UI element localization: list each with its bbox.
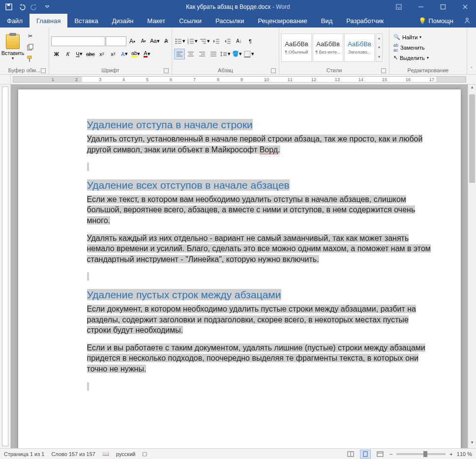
show-marks-button[interactable]: ¶ xyxy=(245,36,256,47)
style-heading1[interactable]: АаБбВв Заголово... xyxy=(344,33,375,62)
paragraph-3[interactable]: Удалять каждый из них отдельно - вариант… xyxy=(87,233,431,265)
superscript-button[interactable]: x2 xyxy=(108,49,119,59)
view-web-button[interactable] xyxy=(375,450,386,459)
replace-button[interactable]: abacЗаменить xyxy=(391,43,431,53)
clipboard-launcher[interactable] xyxy=(41,68,46,73)
minimize-button[interactable] xyxy=(410,0,432,14)
select-button[interactable]: ↖Выделить▾ xyxy=(391,53,431,63)
tab-layout[interactable]: Макет xyxy=(140,14,172,28)
ruler-horizontal[interactable]: 1234567891011121314151617 xyxy=(0,75,476,85)
underline-button[interactable]: Ч▾ xyxy=(74,49,85,59)
status-language[interactable]: русский xyxy=(116,451,135,457)
style-normal[interactable]: АаБбВв ¶ Обычный xyxy=(281,33,312,62)
empty-para-2[interactable] xyxy=(87,271,431,282)
document-viewport[interactable]: Удаление отступа в начале строки Удалить… xyxy=(11,85,468,448)
tell-me-button[interactable]: 💡Помощн xyxy=(414,14,458,28)
scroll-down-button[interactable]: ▾ xyxy=(468,440,476,448)
empty-para-3[interactable] xyxy=(87,381,431,392)
paste-button[interactable]: Вставить ▾ xyxy=(2,31,24,64)
zoom-knob[interactable] xyxy=(423,451,427,457)
status-spellcheck-icon[interactable]: 📖 xyxy=(102,451,109,457)
ruler-tick: 13 xyxy=(335,77,340,82)
style-no-spacing[interactable]: АаБбВв ¶ Без инте... xyxy=(313,33,343,62)
highlight-button[interactable]: ab▾ xyxy=(130,49,141,59)
strikethrough-button[interactable]: abc xyxy=(85,49,96,59)
paragraph-4[interactable]: Если документ, в котором необходимо удал… xyxy=(87,304,431,336)
ruler-vertical[interactable] xyxy=(0,85,11,448)
align-right-button[interactable] xyxy=(197,49,208,59)
bold-button[interactable]: Ж xyxy=(51,49,62,59)
increase-indent-button[interactable] xyxy=(222,36,233,47)
tab-references[interactable]: Ссылки xyxy=(172,14,208,28)
format-painter-button[interactable] xyxy=(25,54,35,64)
numbering-button[interactable]: 123▾ xyxy=(186,36,198,47)
tab-home[interactable]: Главная xyxy=(30,14,67,28)
zoom-out-button[interactable]: − xyxy=(389,451,392,457)
scroll-up-button[interactable]: ▴ xyxy=(468,85,476,93)
borders-button[interactable]: ▾ xyxy=(243,49,255,59)
scroll-thumb[interactable] xyxy=(469,94,475,183)
italic-button[interactable]: К xyxy=(62,49,73,59)
font-name-input[interactable] xyxy=(51,36,105,46)
tab-design[interactable]: Дизайн xyxy=(105,14,141,28)
tab-insert[interactable]: Вставка xyxy=(67,14,105,28)
save-button[interactable] xyxy=(3,1,15,13)
ribbon-options-button[interactable] xyxy=(387,0,410,14)
find-button[interactable]: 🔍Найти▾ xyxy=(391,32,431,42)
align-center-button[interactable] xyxy=(185,49,196,59)
redo-button[interactable] xyxy=(29,1,40,13)
sort-button[interactable]: A↓ xyxy=(234,36,244,47)
shading-button[interactable]: 🪣▾ xyxy=(232,49,242,59)
tab-review[interactable]: Рецензирование xyxy=(251,14,314,28)
share-button[interactable] xyxy=(458,14,476,28)
view-read-button[interactable] xyxy=(345,450,356,459)
tab-file[interactable]: Файл xyxy=(0,14,30,28)
empty-para-1[interactable] xyxy=(87,162,431,172)
qat-customize-button[interactable] xyxy=(41,1,53,13)
paragraph-2[interactable]: Если же текст, в котором вам необходимо … xyxy=(87,194,431,226)
svg-rect-8 xyxy=(28,56,31,58)
line-spacing-button[interactable]: ▾ xyxy=(219,49,231,59)
tab-mailings[interactable]: Рассылки xyxy=(208,14,251,28)
view-print-button[interactable] xyxy=(360,450,371,459)
bullets-button[interactable]: ▾ xyxy=(174,36,186,47)
subscript-button[interactable]: x2 xyxy=(96,49,107,59)
cut-button[interactable]: ✂ xyxy=(25,31,35,42)
paragraph-5[interactable]: Если и вы работаете с таким документом, … xyxy=(87,343,431,374)
zoom-slider[interactable] xyxy=(396,453,446,455)
styles-down-button[interactable]: ▾ xyxy=(376,43,382,52)
heading-3[interactable]: Удаление пустых строк между абзацами xyxy=(87,289,281,300)
tab-view[interactable]: Вид xyxy=(314,14,340,28)
close-button[interactable] xyxy=(454,0,476,14)
zoom-level[interactable]: 110 % xyxy=(457,451,472,457)
heading-1[interactable]: Удаление отступа в начале строки xyxy=(87,119,253,130)
status-words[interactable]: Слово 157 из 157 xyxy=(51,451,95,457)
undo-button[interactable] xyxy=(16,1,28,13)
shrink-font-button[interactable]: A▾ xyxy=(138,36,149,47)
copy-button[interactable] xyxy=(25,42,35,53)
clear-formatting-button[interactable]: A̷ xyxy=(161,36,172,47)
align-left-button[interactable] xyxy=(174,49,185,59)
paragraph-launcher[interactable] xyxy=(271,68,276,73)
text-effects-button[interactable]: A▾ xyxy=(119,49,130,59)
font-color-button[interactable]: A▾ xyxy=(142,49,152,59)
font-launcher[interactable] xyxy=(164,68,169,73)
styles-up-button[interactable]: ▴ xyxy=(376,34,382,43)
grow-font-button[interactable]: A▴ xyxy=(127,36,138,47)
status-macro-icon[interactable]: ▢ xyxy=(142,451,147,457)
justify-button[interactable] xyxy=(208,49,219,59)
styles-more-button[interactable]: ▾ xyxy=(376,52,382,61)
styles-launcher[interactable] xyxy=(381,68,386,73)
multilevel-list-button[interactable]: ▾ xyxy=(199,36,210,47)
font-size-input[interactable] xyxy=(106,36,126,46)
paragraph-1[interactable]: Удалить отступ, установленный в начале п… xyxy=(87,134,431,155)
decrease-indent-button[interactable] xyxy=(211,36,222,47)
change-case-button[interactable]: Aa▾ xyxy=(149,36,160,47)
tab-developer[interactable]: Разработчик xyxy=(339,14,390,28)
status-page[interactable]: Страница 1 из 1 xyxy=(4,451,44,457)
maximize-button[interactable] xyxy=(432,0,454,14)
heading-2[interactable]: Удаление всех отступов в начале абзацев xyxy=(87,179,290,191)
zoom-in-button[interactable]: + xyxy=(449,451,452,457)
collapse-ribbon-button[interactable]: ˆ xyxy=(471,66,473,72)
vertical-scrollbar[interactable]: ▴ ▾ xyxy=(468,85,476,448)
